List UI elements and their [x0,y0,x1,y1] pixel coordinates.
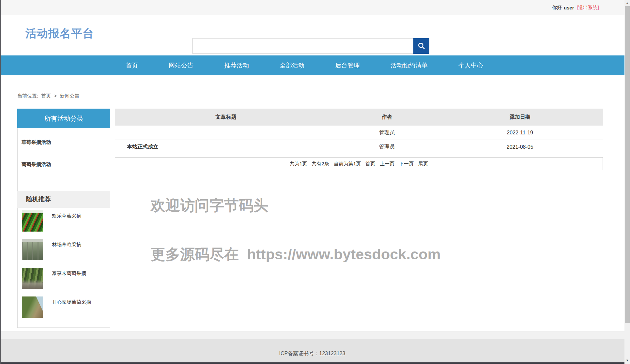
breadcrumb: 当前位置: 首页 > 新闻公告 [17,93,81,99]
recommend-list: 欢乐草莓采摘 林场草莓采摘 豪享来葡萄采摘 开心农场葡萄采摘 [17,208,110,328]
nav-item-home[interactable]: 首页 [110,55,153,75]
category-panel-title: 所有活动分类 [17,109,110,128]
scrollbar-down-arrow-icon[interactable]: ▼ [624,357,630,363]
topbar: 你好 user [退出系统] [0,0,624,15]
page: 你好 user [退出系统] 活动报名平台 首页 网站公告 推荐活动 全部活动 [0,0,624,364]
table-row: 管理员 2022-11-19 [115,126,603,140]
username-text: user [564,5,574,10]
breadcrumb-current: 新闻公告 [60,93,79,99]
table-row: 本站正式成立 管理员 2021-08-05 [115,140,603,154]
recommend-panel-title: 随机推荐 [17,191,110,208]
table-header-row: 文章标题 作者 添加日期 [115,109,603,126]
pagination-total-pages: 共为1页 [290,161,307,167]
column-header-title: 文章标题 [115,114,337,121]
pagination-current-page: 当前为第1页 [334,161,361,167]
nav-item-recommended[interactable]: 推荐活动 [209,55,264,75]
breadcrumb-home-link[interactable]: 首页 [41,93,51,99]
category-panel: 所有活动分类 草莓采摘活动 葡萄采摘活动 [17,109,110,193]
site-header: 活动报名平台 [0,15,624,55]
article-date-cell: 2022-11-19 [437,130,603,136]
recommend-item-label[interactable]: 林场草莓采摘 [52,242,81,268]
scrollbar-thumb[interactable] [625,6,630,323]
nav-item-all-activities[interactable]: 全部活动 [264,55,320,75]
recommend-item-label[interactable]: 豪享来葡萄采摘 [52,270,86,296]
nav-item-profile[interactable]: 个人中心 [443,55,499,75]
nav-list: 首页 网站公告 推荐活动 全部活动 后台管理 活动预约清单 个人中心 [110,55,624,75]
article-title-cell: 本站正式成立 [115,144,337,150]
recommend-item-label[interactable]: 开心农场葡萄采摘 [52,299,91,325]
article-date-cell: 2021-08-05 [437,144,603,150]
article-author-cell: 管理员 [337,129,437,136]
article-title-link[interactable]: 本站正式成立 [127,144,158,149]
pagination-bar: 共为1页 共有2条 当前为第1页 首页 上一页 下一页 尾页 [115,157,603,170]
greeting-text: 你好 [552,5,562,11]
breadcrumb-separator: > [54,93,57,99]
pagination-first-link[interactable]: 首页 [365,161,375,167]
vertical-scrollbar[interactable]: ▲ ▼ [624,0,630,364]
pagination-next-link[interactable]: 下一页 [399,161,414,167]
recommend-item[interactable]: 欢乐草莓采摘 [22,210,110,239]
footer-spacer-band [0,331,624,339]
grape-vines-thumbnail[interactable] [22,268,43,289]
logout-link[interactable]: [退出系统] [577,5,599,11]
column-header-date: 添加日期 [437,114,603,121]
pagination-total-count: 共有2条 [312,161,329,167]
category-item-strawberry[interactable]: 草莓采摘活动 [22,139,110,161]
watermark-line2: 更多源码尽在 https://www.bytesdock.com [151,246,440,263]
search-bar [192,38,429,54]
scrollbar-up-arrow-icon[interactable]: ▲ [624,0,630,6]
recommend-item[interactable]: 林场草莓采摘 [22,239,110,268]
site-logo: 活动报名平台 [25,26,94,41]
recommend-item-label[interactable]: 欢乐草莓采摘 [52,213,81,239]
main-nav: 首页 网站公告 推荐活动 全部活动 后台管理 活动预约清单 个人中心 [0,55,624,75]
search-icon [417,42,426,50]
column-header-author: 作者 [337,114,437,121]
window-left-edge [0,0,1,364]
category-list: 草莓采摘活动 葡萄采摘活动 [18,128,110,193]
grape-farm-thumbnail[interactable] [22,296,43,318]
category-item-grape[interactable]: 葡萄采摘活动 [22,161,110,184]
window-bottom-edge [0,362,624,364]
pagination-prev-link[interactable]: 上一页 [380,161,394,167]
nav-item-admin[interactable]: 后台管理 [320,55,375,75]
icp-record-text: ICP备案证书号：123123123 [279,344,346,357]
nav-item-reservations[interactable]: 活动预约清单 [375,55,443,75]
site-watermark: 欢迎访问字节码头 更多源码尽在 https://www.bytesdock.co… [151,165,440,295]
recommend-item[interactable]: 开心农场葡萄采摘 [22,296,110,325]
article-author-cell: 管理员 [337,144,437,150]
nav-item-announcements[interactable]: 网站公告 [153,55,209,75]
strawberry-greenhouse-thumbnail[interactable] [22,239,43,260]
pagination-last-link[interactable]: 尾页 [418,161,428,167]
watermark-line1: 欢迎访问字节码头 [151,197,440,214]
search-button[interactable] [413,38,429,54]
article-table: 文章标题 作者 添加日期 管理员 2022-11-19 本站正式成立 管理员 2… [115,109,603,170]
recommend-item[interactable]: 豪享来葡萄采摘 [22,268,110,296]
page-footer: ICP备案证书号：123123123 [0,339,624,362]
strawberry-field-thumbnail[interactable] [22,210,43,232]
breadcrumb-label: 当前位置: [17,93,38,99]
search-input[interactable] [192,38,413,54]
